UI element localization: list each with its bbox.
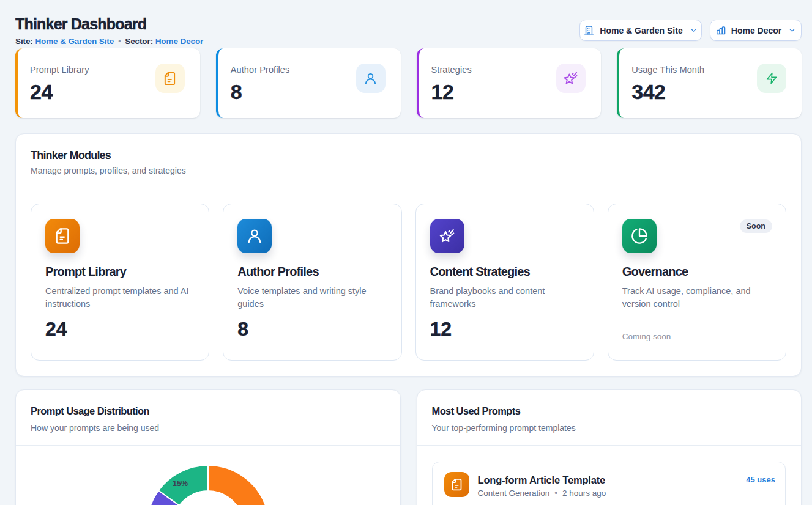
svg-text:15%: 15% — [173, 479, 188, 488]
